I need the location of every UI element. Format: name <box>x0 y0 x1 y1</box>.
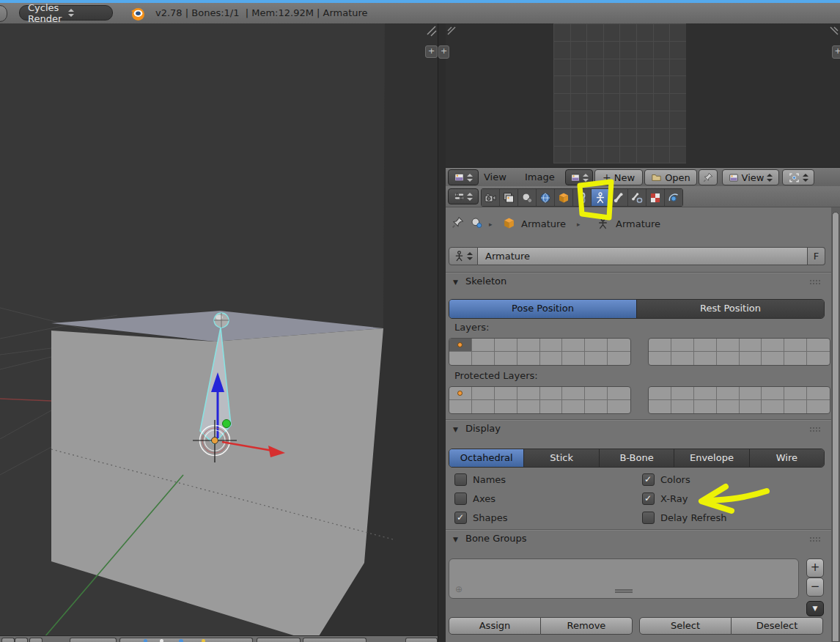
layer-cell[interactable] <box>495 339 517 352</box>
layer-cell[interactable] <box>784 352 807 365</box>
panel-drag-grip[interactable] <box>809 279 820 284</box>
layer-cell[interactable] <box>495 400 517 413</box>
uv-image-editor[interactable]: + <box>446 23 840 167</box>
layer-cell[interactable] <box>649 387 671 400</box>
collapse-triangle-icon[interactable]: ▼ <box>453 536 458 543</box>
scene-icon[interactable] <box>471 217 482 229</box>
layer-cell[interactable] <box>740 352 762 365</box>
layer-cell[interactable] <box>472 339 495 352</box>
layer-cell[interactable] <box>562 352 585 365</box>
layer-cell[interactable] <box>694 352 717 365</box>
pose-position-button[interactable]: Pose Position <box>449 300 637 318</box>
layer-cell[interactable] <box>540 352 563 365</box>
octahedral-button[interactable]: Octahedral <box>449 449 524 467</box>
layer-cell[interactable] <box>762 400 784 413</box>
layer-cell[interactable] <box>807 400 830 413</box>
assign-button[interactable]: Assign <box>449 617 541 635</box>
layer-cell[interactable] <box>807 339 830 352</box>
partial-header-button[interactable] <box>405 638 438 642</box>
layer-cell[interactable] <box>562 339 585 352</box>
layer-cell[interactable] <box>449 387 472 400</box>
envelope-button[interactable]: Envelope <box>674 449 749 467</box>
layer-cell[interactable] <box>517 352 540 365</box>
panel-drag-grip[interactable] <box>809 536 820 542</box>
layer-cell[interactable] <box>449 400 472 413</box>
partial-header-button-group[interactable] <box>119 638 253 642</box>
armature-name-field[interactable]: Armature <box>478 247 808 265</box>
area-corner-widget[interactable] <box>446 26 457 36</box>
layer-cell[interactable] <box>585 339 608 352</box>
rest-position-button[interactable]: Rest Position <box>637 300 824 318</box>
layer-cell[interactable] <box>585 400 608 413</box>
region-expand-plus-button[interactable]: + <box>438 45 449 59</box>
delay-refresh-checkbox[interactable]: ✓ <box>642 512 655 524</box>
layer-cell[interactable] <box>717 387 740 400</box>
stick-button[interactable]: Stick <box>524 449 599 467</box>
axes-checkbox[interactable]: ✓ <box>454 492 467 505</box>
colors-checkbox[interactable]: ✓ <box>642 473 655 486</box>
new-image-button[interactable]: + New <box>594 169 643 185</box>
bone-tail-handle[interactable] <box>223 420 231 428</box>
bone-group-specials-dropdown[interactable]: ▼ <box>806 601 824 616</box>
layer-cell[interactable] <box>540 339 563 352</box>
tab-render-layers[interactable] <box>500 189 518 206</box>
partial-header-button[interactable] <box>303 638 366 642</box>
layer-cell[interactable] <box>694 400 717 413</box>
layer-cell[interactable] <box>717 400 740 413</box>
layer-cell[interactable] <box>807 352 830 365</box>
tab-object[interactable] <box>555 189 573 206</box>
deselect-button[interactable]: Deselect <box>732 617 823 635</box>
layer-cell[interactable] <box>671 400 694 413</box>
shapes-checkbox[interactable]: ✓ <box>454 512 467 524</box>
layer-cell[interactable] <box>762 352 784 365</box>
bone-groups-list[interactable]: ⊕ <box>449 558 799 599</box>
layer-cell[interactable] <box>649 352 671 365</box>
tab-bone[interactable] <box>610 189 628 206</box>
layer-cell[interactable] <box>649 339 671 352</box>
viewport-expand-plus-button[interactable]: + <box>425 45 438 58</box>
tab-scene[interactable] <box>518 189 537 206</box>
layer-cell[interactable] <box>608 400 630 413</box>
layer-cell[interactable] <box>472 400 495 413</box>
layer-cell[interactable] <box>740 339 762 352</box>
area-corner-widget[interactable] <box>829 26 839 36</box>
layer-cell[interactable] <box>740 400 762 413</box>
layer-cell[interactable] <box>784 339 807 352</box>
editor-type-dropdown[interactable] <box>448 188 479 204</box>
layer-cell[interactable] <box>649 400 671 413</box>
view-menu[interactable]: View <box>484 171 506 182</box>
render-engine-select[interactable]: Cycles Render <box>19 5 113 21</box>
select-button[interactable]: Select <box>639 617 732 635</box>
image-browse-dropdown[interactable] <box>565 169 593 185</box>
layer-cell[interactable] <box>762 339 784 352</box>
partial-header-button[interactable] <box>15 638 28 642</box>
names-checkbox[interactable]: ✓ <box>454 473 467 486</box>
remove-button[interactable]: Remove <box>541 617 633 635</box>
display-panel-title[interactable]: Display <box>465 423 501 434</box>
bbone-button[interactable]: B-Bone <box>600 449 674 467</box>
layer-cell[interactable] <box>449 339 472 352</box>
open-image-button[interactable]: Open <box>644 169 697 185</box>
pin-button[interactable] <box>699 169 718 185</box>
list-add-icon[interactable]: ⊕ <box>455 584 463 594</box>
tab-render[interactable] <box>482 189 500 206</box>
layer-cell[interactable] <box>784 400 807 413</box>
layer-cell[interactable] <box>717 352 740 365</box>
wire-button[interactable]: Wire <box>750 449 824 467</box>
object-icon[interactable] <box>503 217 515 229</box>
partial-header-button[interactable] <box>70 638 117 642</box>
tab-texture[interactable] <box>646 189 665 206</box>
tab-armature-data[interactable] <box>592 189 610 206</box>
layer-cell[interactable] <box>608 339 630 352</box>
editor-type-dropdown[interactable] <box>448 169 479 185</box>
tab-bone-constraints[interactable] <box>628 189 646 206</box>
collapse-triangle-icon[interactable]: ▼ <box>453 278 458 286</box>
layer-cell[interactable] <box>740 387 762 400</box>
collapse-triangle-icon[interactable]: ▼ <box>453 426 458 433</box>
partial-header-button[interactable] <box>29 638 43 642</box>
skeleton-panel-title[interactable]: Skeleton <box>465 276 506 287</box>
tab-object-constraints[interactable] <box>573 189 592 206</box>
image-menu[interactable]: Image <box>525 171 555 182</box>
layer-cell[interactable] <box>694 387 717 400</box>
layer-cell[interactable] <box>562 400 585 413</box>
